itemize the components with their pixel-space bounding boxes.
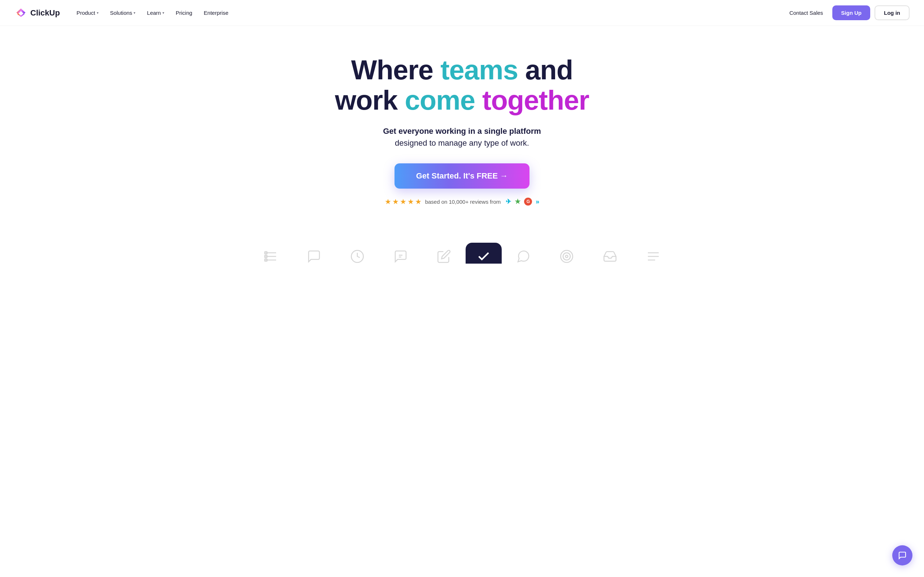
g2-icon: G (524, 198, 532, 206)
nav-pricing[interactable]: Pricing (171, 7, 197, 19)
nav-enterprise[interactable]: Enterprise (199, 7, 234, 19)
chat-support-button[interactable] (892, 545, 913, 566)
reviews-text: based on 10,000+ reviews from (425, 199, 501, 205)
bubble-icon-strip (502, 249, 545, 264)
comment-icon (393, 249, 408, 264)
target-icon-strip (545, 249, 588, 264)
chat-icon-strip (292, 249, 336, 264)
chat-icon (898, 551, 907, 560)
hero-subtext-line2: designed to manage any type of work. (395, 139, 529, 148)
svg-point-10 (563, 253, 570, 260)
inbox-icon (603, 249, 617, 264)
target-icon (559, 249, 574, 264)
headline-text-and: and (518, 55, 573, 85)
headline-text-teams: teams (440, 55, 518, 85)
nav-solutions[interactable]: Solutions ▾ (105, 7, 141, 19)
star-5: ★ (415, 197, 422, 206)
hero-subtext: Get everyone working in a single platfor… (383, 125, 541, 149)
comment-icon-strip (379, 249, 422, 264)
reviews-row: ★ ★ ★ ★ ★ based on 10,000+ reviews from … (385, 197, 540, 206)
hero-headline: Where teams and work come together (335, 55, 589, 115)
nav-learn[interactable]: Learn ▾ (142, 7, 169, 19)
inbox-icon-strip (588, 249, 632, 264)
checkmark-icon-strip-active (465, 243, 502, 264)
svg-point-9 (561, 251, 572, 263)
bubble-icon (516, 249, 531, 264)
star-4: ★ (407, 197, 414, 206)
star-rating: ★ ★ ★ ★ ★ (385, 197, 422, 206)
nav-product[interactable]: Product ▾ (71, 7, 103, 19)
edit-icon-strip (422, 249, 465, 264)
chevron-down-icon: ▾ (134, 11, 135, 15)
hero-subtext-line1: Get everyone working in a single platfor… (383, 127, 541, 135)
softwareadvice-icon: » (536, 198, 539, 206)
nav-links: Product ▾ Solutions ▾ Learn ▾ Pricing En… (71, 7, 784, 19)
headline-text-come: come (405, 85, 482, 115)
logo-link[interactable]: ClickUp (15, 6, 60, 19)
clock-icon (350, 249, 365, 264)
logo-icon (15, 6, 27, 19)
headline-text-together: together (482, 85, 589, 115)
list-icon (263, 249, 278, 264)
cta-label: Get Started. It's FREE → (416, 171, 508, 181)
headline-text-work: work (335, 85, 405, 115)
lines-icon-strip (632, 249, 675, 264)
contact-sales-button[interactable]: Contact Sales (784, 7, 828, 19)
edit-icon (437, 249, 451, 264)
star-1: ★ (385, 197, 391, 206)
login-button[interactable]: Log in (874, 5, 909, 20)
star-2: ★ (393, 197, 399, 206)
list-icon-strip (249, 249, 292, 264)
review-logos: ✈ ★ G » (506, 198, 539, 206)
checkmark-icon (477, 249, 491, 264)
nav-right: Contact Sales Sign Up Log in (784, 5, 909, 20)
getapp-icon: ★ (515, 198, 520, 206)
capterra-icon: ✈ (506, 198, 511, 206)
chat-bubble-icon (307, 249, 321, 264)
star-3: ★ (400, 197, 406, 206)
navigation: ClickUp Product ▾ Solutions ▾ Learn ▾ Pr… (0, 0, 924, 26)
bottom-icon-strip (0, 227, 924, 264)
lines-icon (646, 249, 661, 264)
cta-button[interactable]: Get Started. It's FREE → (394, 163, 530, 189)
chevron-down-icon: ▾ (162, 11, 164, 15)
hero-section: Where teams and work come together Get e… (0, 26, 924, 227)
headline-text-1: Where (351, 55, 440, 85)
svg-point-11 (565, 255, 568, 258)
signup-button[interactable]: Sign Up (832, 5, 870, 20)
clock-icon-strip (336, 249, 379, 264)
chevron-down-icon: ▾ (97, 11, 99, 15)
logo-text: ClickUp (30, 8, 60, 18)
